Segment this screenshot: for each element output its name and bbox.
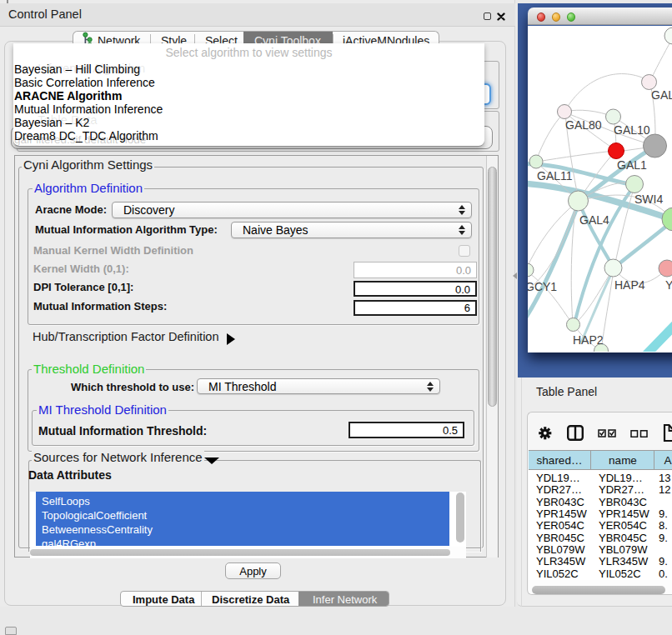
svg-text:GAL10: GAL10 — [614, 123, 650, 137]
svg-text:Y: Y — [665, 278, 672, 292]
svg-text:GCY1: GCY1 — [528, 280, 557, 293]
svg-text:HAP2: HAP2 — [573, 333, 604, 347]
svg-text:HAP4: HAP4 — [614, 278, 645, 292]
svg-text:GAL11: GAL11 — [537, 169, 573, 182]
svg-text:GAL80: GAL80 — [565, 118, 602, 132]
svg-text:GAL1: GAL1 — [617, 158, 647, 172]
svg-text:GAL4: GAL4 — [579, 213, 609, 227]
svg-text:SWI4: SWI4 — [634, 192, 663, 206]
svg-text:GAL7: GAL7 — [651, 88, 672, 102]
